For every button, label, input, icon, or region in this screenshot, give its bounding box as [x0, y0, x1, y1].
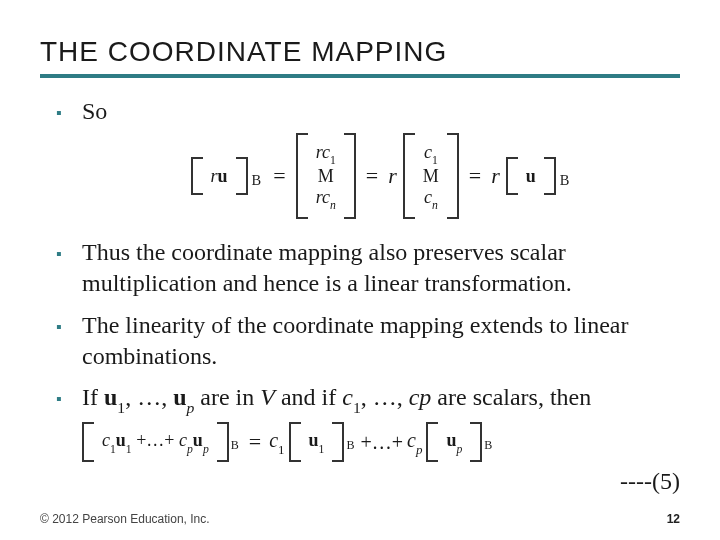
scalar-r-2: r [388, 162, 397, 191]
lhs-bracket: c1u1 +…+ cpup [82, 422, 229, 462]
subscript-B-1: B [252, 171, 262, 190]
bullet-if-up-cp: If u1, …, up are in V and if c1, …, cp a… [56, 382, 680, 497]
bullet-preserves-scalar: Thus the coordinate mapping also preserv… [56, 237, 680, 299]
bullet-text: The linearity of the coordinate mapping … [82, 312, 628, 369]
equals-2: = [366, 162, 378, 191]
equation-5: c1u1 +…+ cpup B = c1 u1 B +… [82, 422, 680, 462]
subscript-B-rp: B [484, 438, 492, 454]
bullet-so: So ru B = rc1 M rcn [56, 96, 680, 219]
slide: THE COORDINATE MAPPING So ru B = rc1 M [0, 0, 720, 540]
plus-dots: +…+ [360, 429, 403, 455]
page-number: 12 [667, 512, 680, 526]
title-underline [40, 74, 680, 78]
column-c: c1 M cn [403, 133, 459, 219]
equals-1: = [273, 162, 285, 191]
bullet-text: So [82, 98, 107, 124]
subscript-B-2: B [560, 171, 570, 190]
equals-3: = [469, 162, 481, 191]
page-title: THE COORDINATE MAPPING [40, 36, 680, 68]
copyright-text: © 2012 Pearson Education, Inc. [40, 512, 210, 526]
column-rc: rc1 M rcn [296, 133, 356, 219]
rhs-bracket-up: up [426, 422, 482, 462]
bullet-linearity-combinations: The linearity of the coordinate mapping … [56, 310, 680, 372]
subscript-B-r1: B [346, 438, 354, 454]
bracket-u-B: u [506, 157, 556, 195]
bracket-ru-B: ru [191, 157, 248, 195]
bullet-list: So ru B = rc1 M rcn [40, 96, 680, 497]
bullet-text: Thus the coordinate mapping also preserv… [82, 239, 572, 296]
rhs-bracket-u1: u1 [289, 422, 345, 462]
equation-scalar-map: ru B = rc1 M rcn = r [82, 133, 680, 219]
equation-tag-5: ----(5) [82, 466, 680, 497]
bullet-text: If u1, …, up are in V and if c1, …, cp a… [82, 384, 591, 410]
equals-eq5: = [249, 428, 261, 457]
scalar-r-3: r [491, 162, 500, 191]
subscript-B-lhs: B [231, 438, 239, 454]
